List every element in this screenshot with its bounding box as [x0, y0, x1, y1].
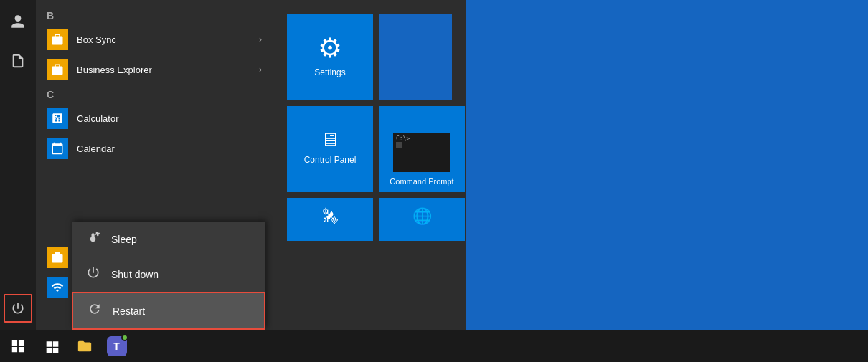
app-list: B Box Sync › Business Explorer › C	[36, 0, 273, 330]
settings-tile-label: Settings	[314, 67, 345, 77]
settings-tile-icon: ⚙	[318, 32, 342, 64]
tiles-middle-row: 🖥 Control Panel C:\> _ Command Prompt 📋 …	[287, 106, 452, 192]
tiles-grid: ⚙ Settings 🖥 Control Panel C:\> _	[287, 14, 452, 241]
user-icon[interactable]	[4, 7, 32, 36]
sleep-button[interactable]: Sleep	[72, 222, 265, 257]
app-item-calculator[interactable]: Calculator	[36, 103, 273, 133]
control-panel-label: Control Panel	[304, 155, 357, 165]
tiles-area: ⚙ Settings 🖥 Control Panel C:\> _	[273, 0, 466, 330]
desktop: B Box Sync › Business Explorer › C	[0, 0, 868, 362]
docs-icon[interactable]	[4, 47, 32, 75]
teams-button[interactable]: T	[100, 330, 133, 362]
box-sync-icon	[47, 29, 68, 50]
sleep-icon	[86, 230, 100, 248]
teams-badge	[121, 334, 128, 341]
shutdown-button[interactable]: Shut down	[72, 257, 265, 292]
shutdown-icon	[86, 265, 100, 283]
command-prompt-label: Command Prompt	[390, 176, 453, 186]
business-explorer-icon	[47, 59, 68, 80]
app-item-box-sync[interactable]: Box Sync ›	[36, 24, 273, 54]
bottom-tile-1-icon: 🛰	[322, 207, 338, 226]
cmd-preview: C:\> _	[393, 133, 450, 172]
restart-button[interactable]: Restart	[72, 292, 265, 330]
settings-tile[interactable]: ⚙ Settings	[287, 14, 373, 100]
sleep-label: Sleep	[111, 234, 137, 245]
bottom-tile-2[interactable]: 🌐	[379, 198, 465, 241]
file-explorer-button[interactable]	[68, 330, 100, 362]
calculator-label: Calculator	[77, 113, 119, 124]
chevron-icon: ›	[259, 34, 262, 44]
business-explorer-label: Business Explorer	[77, 65, 152, 75]
taskbar: T	[0, 330, 868, 362]
control-panel-tile[interactable]: 🖥 Control Panel	[287, 106, 373, 192]
section-b: B	[36, 6, 273, 24]
cisco-icon	[47, 247, 68, 268]
box-sync-label: Box Sync	[77, 34, 116, 45]
calendar-icon	[47, 138, 68, 159]
tiles-right-space	[379, 14, 452, 100]
calendar-label: Calendar	[77, 143, 115, 154]
connect-icon	[47, 277, 68, 298]
control-panel-icon: 🖥	[320, 128, 340, 151]
app-item-business-explorer[interactable]: Business Explorer ›	[36, 54, 273, 85]
tiles-top-row: ⚙ Settings	[287, 14, 452, 100]
chevron-icon: ›	[259, 65, 262, 75]
bottom-tile-2-icon: 🌐	[412, 207, 432, 226]
bottom-tile-1[interactable]: 🛰	[287, 198, 373, 241]
restart-label: Restart	[113, 305, 145, 317]
calculator-icon	[47, 108, 68, 129]
start-menu: B Box Sync › Business Explorer › C	[0, 0, 466, 330]
app-item-calendar[interactable]: Calendar	[36, 133, 273, 163]
shutdown-label: Shut down	[111, 269, 159, 280]
restart-icon	[88, 302, 102, 320]
command-prompt-tile[interactable]: C:\> _ Command Prompt	[379, 106, 465, 192]
task-view-button[interactable]	[36, 330, 68, 362]
power-menu: Sleep Shut down Re	[72, 222, 265, 330]
section-c: C	[36, 85, 273, 103]
power-button[interactable]	[4, 294, 32, 323]
sidebar	[0, 0, 36, 330]
tiles-bottom-row: 🛰 🌐 📋	[287, 198, 452, 241]
start-button[interactable]	[0, 330, 36, 362]
